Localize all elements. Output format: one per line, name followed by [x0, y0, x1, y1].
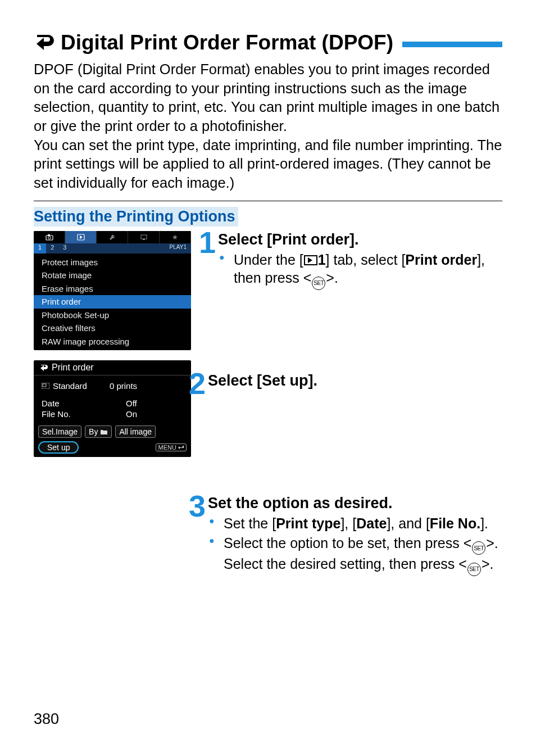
- intro-paragraph: DPOF (Digital Print Order Format) enable…: [34, 60, 502, 193]
- svg-point-2: [48, 236, 51, 239]
- sub-tab-label: PLAY1: [165, 243, 191, 253]
- set-button-icon: SET: [472, 541, 485, 555]
- set-button-icon: SET: [467, 563, 481, 576]
- date-label: Date: [42, 399, 98, 408]
- svg-rect-5: [143, 239, 145, 240]
- tab-display-icon: [128, 231, 160, 243]
- step-1: 1 Select [Print order]. Under the [1] ta…: [197, 231, 502, 291]
- menu-sub-tabs: 1 2 3 PLAY1: [34, 243, 191, 253]
- menu-tab-strip: ★: [34, 231, 191, 243]
- menu-item[interactable]: RAW image processing: [34, 335, 191, 348]
- print-order-title: Print order: [52, 363, 94, 373]
- print-arrow-icon: [34, 33, 55, 53]
- title-accent-bar: [402, 42, 502, 47]
- tab-camera-icon: [34, 231, 65, 243]
- menu-item[interactable]: Creative filters: [34, 322, 191, 335]
- svg-rect-1: [48, 234, 50, 236]
- step-number: 3: [187, 492, 208, 520]
- tab-wrench-icon: [97, 231, 128, 243]
- page-number: 380: [34, 710, 59, 728]
- divider: [34, 201, 502, 201]
- menu-items-list: Protect imagesRotate imageErase imagesPr…: [34, 253, 191, 351]
- thumbnail-icon: [42, 383, 49, 389]
- step-title: Set the option as desired.: [208, 495, 502, 512]
- menu-item[interactable]: Erase images: [34, 282, 191, 296]
- svg-rect-4: [141, 235, 147, 239]
- sel-image-button[interactable]: Sel.Image: [38, 425, 81, 438]
- fileno-label: File No.: [42, 409, 98, 419]
- camera-menu-screen: ★ 1 2 3 PLAY1 Protect imagesRotate image…: [34, 231, 191, 351]
- step-1-bullet-1: Under the [1] tab, select [Print order],…: [218, 251, 502, 290]
- step-title: Select [Set up].: [208, 372, 502, 390]
- menu-item[interactable]: Print order: [34, 295, 191, 309]
- set-button-icon: SET: [312, 277, 325, 290]
- playback-tab-icon: [304, 255, 317, 265]
- menu-return-button[interactable]: MENU: [156, 443, 187, 451]
- sub-tab-3: 3: [58, 243, 71, 253]
- svg-rect-7: [43, 384, 46, 387]
- menu-item[interactable]: Protect images: [34, 256, 191, 269]
- print-order-screen: Print order Standard 0 prints DateOff Fi…: [34, 360, 191, 457]
- step-3: 3 Set the option as desired. Set the [Pr…: [187, 495, 502, 577]
- page-title-row: Digital Print Order Format (DPOF): [34, 31, 502, 55]
- by-folder-button[interactable]: By: [85, 425, 112, 438]
- print-arrow-icon: [39, 364, 48, 372]
- step-number: 1: [197, 229, 218, 256]
- fileno-value: On: [126, 409, 137, 419]
- step-number: 2: [187, 370, 208, 397]
- step-3-bullet-2: Select the option to be set, then press …: [208, 534, 502, 576]
- all-image-button[interactable]: All image: [115, 425, 156, 438]
- folder-icon: [100, 429, 108, 434]
- date-value: Off: [126, 399, 137, 408]
- setup-button[interactable]: Set up: [38, 441, 79, 454]
- tab-playback-icon: [65, 231, 97, 243]
- sub-tab-2: 2: [46, 243, 58, 253]
- section-title: Setting the Printing Options: [34, 207, 238, 227]
- print-type-row: Standard: [42, 381, 87, 391]
- menu-item[interactable]: Rotate image: [34, 269, 191, 282]
- page-title: Digital Print Order Format (DPOF): [61, 31, 393, 55]
- prints-count: 0 prints: [110, 381, 137, 391]
- step-3-bullet-1: Set the [Print type], [Date], and [File …: [208, 514, 502, 533]
- menu-item[interactable]: Photobook Set-up: [34, 309, 191, 322]
- step-title: Select [Print order].: [218, 231, 502, 248]
- step-2: 2 Select [Set up].: [187, 372, 502, 397]
- tab-star-icon: ★: [160, 231, 191, 243]
- print-order-title-row: Print order: [34, 360, 191, 375]
- return-icon: [178, 445, 184, 450]
- sub-tab-1: 1: [34, 243, 46, 253]
